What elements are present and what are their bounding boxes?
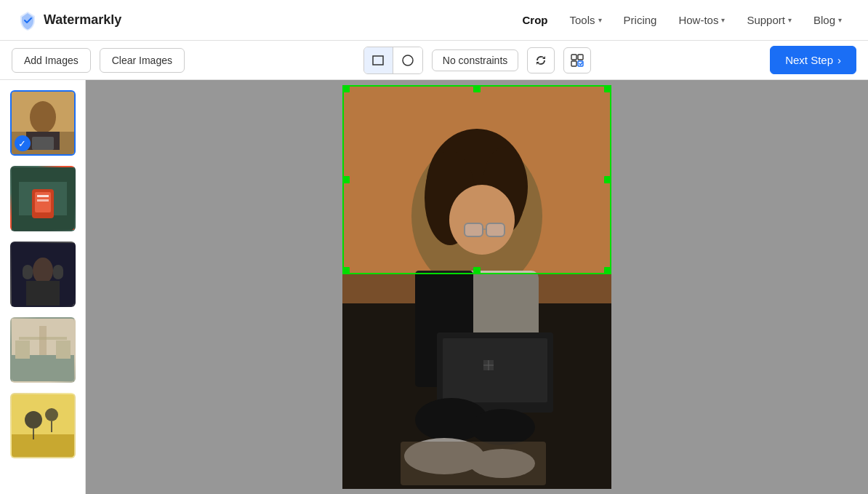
- selected-check: ✓: [15, 135, 31, 151]
- next-step-button[interactable]: Next Step ›: [770, 46, 856, 74]
- svg-rect-29: [12, 434, 74, 457]
- svg-rect-41: [465, 223, 483, 236]
- add-images-button[interactable]: Add Images: [12, 48, 91, 73]
- thumb-5-image: [12, 394, 74, 457]
- svg-rect-25: [19, 337, 67, 340]
- svg-rect-10: [32, 137, 54, 150]
- toolbar: Add Images Clear Images No constraints: [0, 41, 868, 80]
- support-dropdown-arrow: ▾: [788, 16, 792, 24]
- thumbnail-5[interactable]: [10, 393, 76, 458]
- svg-rect-4: [571, 61, 576, 66]
- svg-point-40: [449, 185, 515, 255]
- logo-icon: [17, 10, 38, 31]
- svg-rect-0: [373, 56, 383, 65]
- svg-point-1: [403, 55, 413, 65]
- image-container: [342, 85, 611, 489]
- svg-rect-2: [571, 55, 576, 60]
- rotate-button[interactable]: [527, 47, 555, 73]
- thumb-4-image: [12, 319, 74, 381]
- svg-rect-19: [26, 281, 60, 306]
- howtos-dropdown-arrow: ▾: [721, 16, 725, 24]
- canvas-area[interactable]: [86, 80, 868, 494]
- thumbnail-2[interactable]: [10, 166, 76, 231]
- svg-rect-5: [578, 61, 583, 66]
- no-constraints-button[interactable]: No constraints: [432, 49, 518, 71]
- clear-images-button[interactable]: Clear Images: [100, 48, 185, 73]
- thumbnail-3[interactable]: [10, 242, 76, 307]
- svg-rect-27: [56, 340, 71, 359]
- multi-crop-icon: [570, 53, 584, 68]
- svg-point-30: [25, 411, 42, 429]
- svg-point-52: [470, 409, 535, 445]
- multi-crop-button[interactable]: [563, 47, 591, 73]
- main-image-svg: [342, 85, 611, 489]
- svg-rect-26: [15, 340, 30, 359]
- thumbnail-4[interactable]: [10, 317, 76, 383]
- svg-rect-47: [443, 338, 547, 402]
- logo-text: Watermarkly: [44, 12, 121, 28]
- nav-link-tools[interactable]: Tools ▾: [561, 9, 611, 31]
- thumbnail-1[interactable]: ✓: [10, 90, 76, 156]
- svg-rect-24: [39, 326, 47, 355]
- svg-rect-55: [401, 442, 546, 485]
- sidebar: ✓: [0, 80, 86, 494]
- nav-links: Crop Tools ▾ Pricing How-tos ▾ Support ▾…: [514, 9, 851, 31]
- main-image: [342, 85, 611, 489]
- nav-link-support[interactable]: Support ▾: [738, 9, 800, 31]
- blog-dropdown-arrow: ▾: [838, 16, 842, 24]
- svg-rect-20: [23, 265, 33, 279]
- svg-rect-3: [578, 55, 583, 60]
- svg-rect-15: [37, 195, 49, 197]
- nav-link-blog[interactable]: Blog ▾: [805, 9, 851, 31]
- main-content: ✓: [0, 80, 868, 494]
- svg-rect-21: [53, 265, 63, 279]
- thumb-3-image: [12, 243, 74, 306]
- nav-link-pricing[interactable]: Pricing: [615, 9, 666, 31]
- next-step-arrow-icon: ›: [837, 54, 841, 66]
- nav-link-howtos[interactable]: How-tos ▾: [670, 9, 734, 31]
- navbar: Watermarkly Crop Tools ▾ Pricing How-tos…: [0, 0, 868, 41]
- logo-area: Watermarkly: [17, 10, 121, 31]
- svg-point-8: [30, 101, 56, 133]
- svg-rect-42: [486, 223, 505, 236]
- circle-shape-button[interactable]: [393, 47, 422, 73]
- shape-buttons-group: [363, 47, 423, 74]
- svg-point-18: [33, 258, 53, 284]
- tools-dropdown-arrow: ▾: [598, 16, 602, 24]
- svg-rect-23: [12, 355, 74, 381]
- thumb-2-image: [12, 167, 74, 230]
- svg-point-32: [45, 408, 58, 421]
- circle-icon: [401, 54, 414, 67]
- rectangle-icon: [371, 54, 385, 67]
- rectangle-shape-button[interactable]: [364, 47, 393, 73]
- svg-rect-16: [37, 199, 49, 202]
- nav-link-crop[interactable]: Crop: [514, 9, 557, 31]
- rotate-icon: [534, 54, 547, 67]
